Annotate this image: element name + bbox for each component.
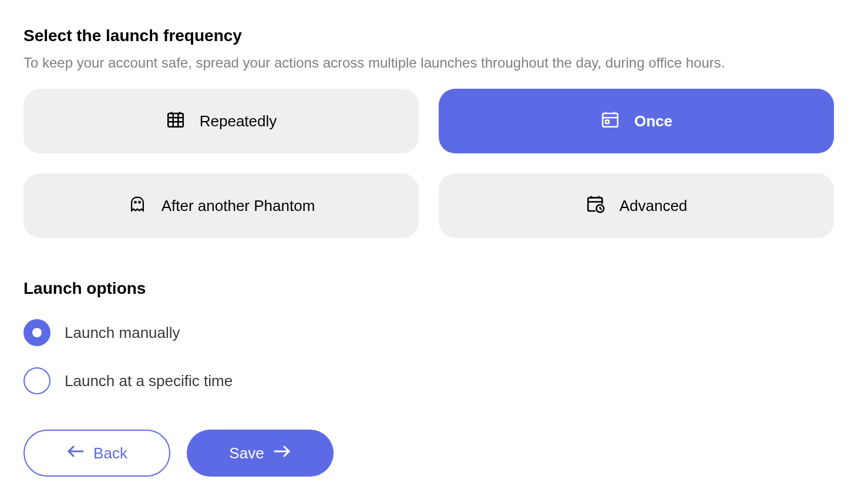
action-buttons: Back Save (23, 430, 845, 477)
svg-rect-7 (603, 113, 618, 127)
frequency-options-grid: Repeatedly Once After another Phantom (23, 89, 834, 238)
calendar-clock-icon (586, 194, 605, 218)
radio-indicator (23, 367, 51, 394)
launch-option-specific-time[interactable]: Launch at a specific time (23, 367, 845, 394)
svg-rect-0 (168, 113, 183, 127)
calendar-grid-icon (166, 109, 186, 133)
svg-rect-11 (605, 120, 609, 123)
radio-label: Launch at a specific time (65, 372, 233, 390)
page-subheading: To keep your account safe, spread your a… (23, 55, 845, 71)
frequency-option-after-phantom[interactable]: After another Phantom (23, 173, 419, 238)
frequency-option-once[interactable]: Once (439, 89, 834, 153)
frequency-option-label: Repeatedly (200, 112, 277, 130)
calendar-day-icon (600, 109, 620, 133)
svg-point-12 (134, 201, 136, 203)
frequency-option-advanced[interactable]: Advanced (439, 173, 834, 238)
back-button[interactable]: Back (23, 430, 170, 477)
svg-line-19 (600, 208, 601, 209)
frequency-option-label: Once (634, 112, 672, 130)
svg-point-13 (139, 201, 140, 203)
frequency-option-repeatedly[interactable]: Repeatedly (23, 89, 419, 153)
radio-label: Launch manually (65, 324, 180, 342)
arrow-left-icon (66, 444, 85, 463)
ghost-icon (127, 194, 147, 218)
save-button[interactable]: Save (187, 430, 334, 477)
launch-option-manually[interactable]: Launch manually (23, 319, 845, 346)
button-label: Save (229, 444, 264, 463)
launch-options-title: Launch options (23, 279, 845, 298)
radio-indicator (23, 319, 51, 346)
page-heading: Select the launch frequency (23, 26, 845, 45)
frequency-option-label: After another Phantom (162, 197, 315, 215)
arrow-right-icon (272, 444, 291, 463)
frequency-option-label: Advanced (620, 197, 688, 215)
button-label: Back (93, 444, 127, 463)
